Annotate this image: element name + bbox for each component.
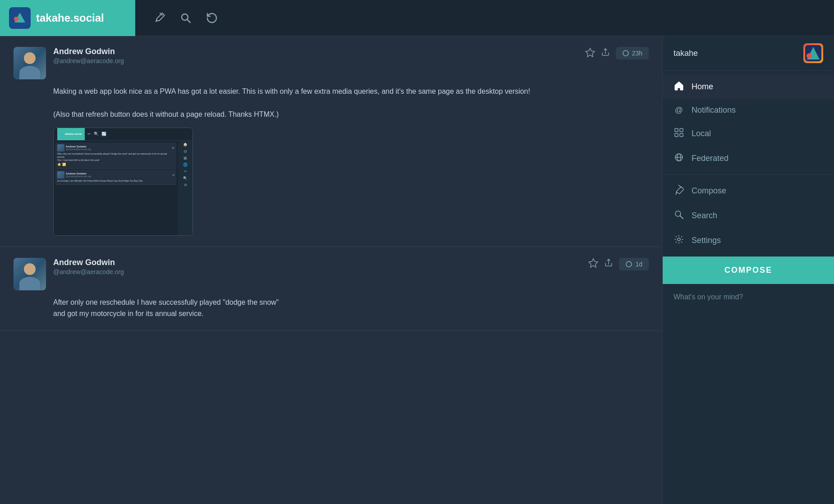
svg-rect-17 <box>680 133 683 137</box>
svg-line-4 <box>187 19 190 23</box>
svg-point-13 <box>807 53 812 59</box>
sidebar-item-federated[interactable]: Federated <box>663 146 834 171</box>
nav-divider <box>663 174 834 175</box>
sidebar-item-settings[interactable]: Settings <box>663 228 834 253</box>
topbar-icons <box>135 12 236 24</box>
post-header: Andrew Godwin @andrew@aeracode.org <box>14 47 649 79</box>
search-topbar-icon[interactable] <box>179 12 192 24</box>
avatar <box>14 47 46 79</box>
sidebar-header: takahe <box>663 36 834 71</box>
time-badge: 23h <box>616 47 649 60</box>
main-layout: Andrew Godwin @andrew@aeracode.org <box>0 36 834 504</box>
post-time: 1d <box>635 261 642 268</box>
svg-rect-15 <box>680 128 683 132</box>
notifications-icon: @ <box>674 105 684 115</box>
svg-rect-16 <box>675 133 678 137</box>
search-nav-icon <box>674 210 684 222</box>
nav-label-local: Local <box>692 129 711 138</box>
post-handle: @andrew@aeracode.org <box>53 268 581 275</box>
post-handle: @andrew@aeracode.org <box>53 57 578 64</box>
avatar <box>14 258 46 290</box>
star-icon[interactable] <box>585 47 595 60</box>
post-meta: Andrew Godwin @andrew@aeracode.org <box>53 47 578 64</box>
svg-rect-14 <box>675 128 678 132</box>
post-content: After only one reschedule I have success… <box>53 297 649 320</box>
logo-area[interactable]: takahe.social <box>0 0 135 36</box>
compose-area[interactable]: What's on your mind? <box>663 284 834 504</box>
post-author: Andrew Godwin <box>53 47 578 56</box>
time-badge: 1d <box>619 258 649 270</box>
sidebar-username: takahe <box>674 49 698 58</box>
nav-menu: Home @ Notifications Local <box>663 71 834 257</box>
local-icon <box>674 128 684 140</box>
post-header: Andrew Godwin @andrew@aeracode.org <box>14 258 649 290</box>
compose-nav-icon <box>674 185 684 197</box>
boost-icon[interactable] <box>604 258 614 270</box>
post-author: Andrew Godwin <box>53 258 581 267</box>
federated-icon <box>674 152 684 165</box>
compose-placeholder: What's on your mind? <box>674 293 743 301</box>
post-image: 🐦 takahe.social ✏ 🔍 🔄 <box>53 128 193 236</box>
svg-marker-8 <box>589 259 598 267</box>
nav-label-search: Search <box>692 211 717 220</box>
sidebar-item-search[interactable]: Search <box>663 203 834 228</box>
home-icon <box>674 81 684 93</box>
svg-line-22 <box>680 216 683 219</box>
sidebar-item-local[interactable]: Local <box>663 121 834 146</box>
post-content: Making a web app look nice as a PWA has … <box>53 86 649 120</box>
feed-area: Andrew Godwin @andrew@aeracode.org <box>0 36 663 504</box>
post-actions: 23h <box>585 47 649 60</box>
compose-icon[interactable] <box>153 12 166 24</box>
sidebar-item-notifications[interactable]: @ Notifications <box>663 99 834 121</box>
star-icon[interactable] <box>588 258 598 270</box>
nav-label-home: Home <box>692 82 713 92</box>
settings-icon <box>674 234 684 247</box>
nav-label-federated: Federated <box>692 154 729 163</box>
compose-button[interactable]: COMPOSE <box>663 257 834 284</box>
refresh-icon[interactable] <box>206 12 218 24</box>
svg-point-23 <box>678 238 680 241</box>
sidebar-avatar-icon[interactable] <box>803 43 823 63</box>
post-actions: 1d <box>588 258 649 270</box>
svg-point-2 <box>14 17 18 21</box>
logo-icon <box>9 7 31 29</box>
sidebar-item-home[interactable]: Home <box>663 74 834 99</box>
nav-label-settings: Settings <box>692 236 721 245</box>
post-image-container: 🐦 takahe.social ✏ 🔍 🔄 <box>53 128 649 236</box>
topbar: takahe.social <box>0 0 834 36</box>
svg-marker-5 <box>586 48 595 57</box>
post-time: 23h <box>632 50 642 57</box>
sidebar: takahe Home @ Notif <box>663 36 834 504</box>
boost-icon[interactable] <box>600 47 610 60</box>
post-card: Andrew Godwin @andrew@aeracode.org <box>0 36 662 247</box>
nav-label-compose: Compose <box>692 186 726 196</box>
sidebar-item-compose[interactable]: Compose <box>663 179 834 203</box>
post-meta: Andrew Godwin @andrew@aeracode.org <box>53 258 581 275</box>
nav-label-notifications: Notifications <box>692 105 736 115</box>
site-name: takahe.social <box>36 12 104 24</box>
post-card: Andrew Godwin @andrew@aeracode.org <box>0 247 662 331</box>
